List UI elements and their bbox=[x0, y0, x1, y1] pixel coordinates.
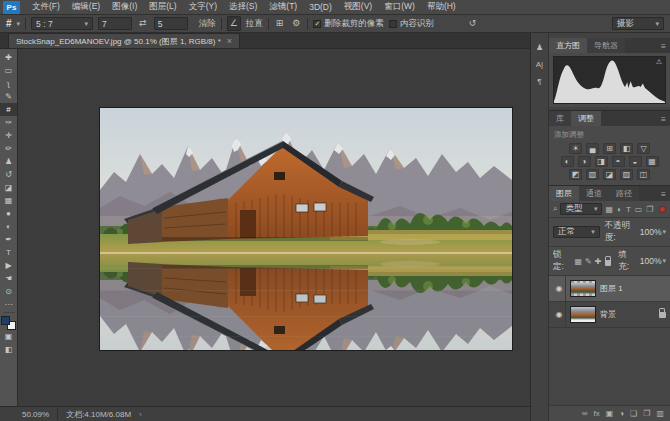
canvas-area[interactable] bbox=[18, 49, 530, 406]
visibility-eye-icon[interactable]: ◉ bbox=[553, 276, 566, 301]
menu-item[interactable]: 编辑(E) bbox=[66, 0, 106, 14]
panel-tab[interactable]: 调整 bbox=[571, 111, 601, 126]
layer-effects-icon[interactable]: fx bbox=[593, 409, 599, 418]
filter-shape-layers-icon[interactable]: ▭ bbox=[635, 205, 643, 214]
menu-item[interactable]: 图像(I) bbox=[106, 0, 143, 14]
lock-all-icon[interactable] bbox=[605, 260, 612, 266]
layer-row[interactable]: ◉ 图层 1 bbox=[549, 276, 670, 302]
panel-menu-icon[interactable]: ≡ bbox=[657, 186, 670, 201]
adj-brightness-contrast[interactable]: ☀ bbox=[569, 143, 582, 154]
delete-cropped-pixels-checkbox[interactable]: 删除裁剪的像素 bbox=[313, 18, 384, 30]
adj-color-balance[interactable]: ◑ bbox=[578, 156, 591, 167]
tool-marquee[interactable]: ▭ bbox=[0, 64, 17, 77]
close-icon[interactable]: × bbox=[227, 36, 232, 46]
menu-item[interactable]: 3D(D) bbox=[303, 0, 338, 14]
new-group-icon[interactable]: ❏ bbox=[630, 409, 637, 418]
layer-filter-select[interactable]: 类型 ▾ bbox=[560, 203, 602, 215]
tool-brush[interactable]: ✏ bbox=[0, 142, 17, 155]
tool-path-selection[interactable]: ▶ bbox=[0, 259, 17, 272]
warning-icon[interactable]: ⚠ bbox=[656, 58, 662, 66]
menu-item[interactable]: 文件(F) bbox=[26, 0, 66, 14]
menu-item[interactable]: 窗口(W) bbox=[378, 0, 421, 14]
new-adjustment-layer-icon[interactable]: ◑ bbox=[619, 409, 624, 418]
workspace-select[interactable]: 摄影 ▾ bbox=[612, 17, 664, 30]
tool-spot-healing[interactable]: ✛ bbox=[0, 129, 17, 142]
adj-color-lookup[interactable]: ▦ bbox=[646, 156, 659, 167]
tool-zoom[interactable]: ⊙ bbox=[0, 285, 17, 298]
crop-settings-gear-icon[interactable]: ⚙ bbox=[290, 17, 302, 30]
adj-gradient-map[interactable]: ▨ bbox=[620, 169, 633, 180]
menu-item[interactable]: 滤镜(T) bbox=[263, 0, 303, 14]
tool-blur[interactable]: ● bbox=[0, 207, 17, 220]
zoom-level[interactable]: 50.09% bbox=[22, 410, 49, 419]
menu-item[interactable]: 文字(Y) bbox=[183, 0, 223, 14]
adj-channel-mixer[interactable]: ◒ bbox=[629, 156, 642, 167]
adj-invert[interactable]: ◩ bbox=[569, 169, 582, 180]
menu-item[interactable]: 选择(S) bbox=[223, 0, 263, 14]
paragraph-panel-icon[interactable]: ¶ bbox=[533, 75, 547, 88]
clear-button[interactable]: 清除 bbox=[199, 18, 216, 30]
panel-tab[interactable]: 导航器 bbox=[587, 38, 625, 53]
character-panel-icon[interactable]: A| bbox=[533, 58, 547, 71]
adj-exposure[interactable]: ◧ bbox=[620, 143, 633, 154]
adj-levels[interactable]: ▄ bbox=[586, 143, 599, 154]
color-swatches[interactable] bbox=[1, 316, 16, 330]
panel-menu-icon[interactable]: ≡ bbox=[657, 38, 670, 53]
adj-posterize[interactable]: ▧ bbox=[586, 169, 599, 180]
screen-mode-icon[interactable]: ◧ bbox=[0, 343, 17, 356]
fill-value[interactable]: 100% ▾ bbox=[640, 256, 666, 266]
lock-position-icon[interactable]: ✚ bbox=[595, 257, 602, 266]
filter-toggle[interactable] bbox=[659, 206, 666, 213]
tool-crop[interactable]: # bbox=[0, 103, 17, 116]
tool-gradient[interactable]: ▦ bbox=[0, 194, 17, 207]
adj-selective-color[interactable]: ◫ bbox=[637, 169, 650, 180]
filter-pixel-layers-icon[interactable]: ▦ bbox=[605, 205, 613, 214]
crop-tool-icon[interactable]: # bbox=[6, 18, 12, 29]
link-layers-icon[interactable]: ∞ bbox=[582, 409, 588, 418]
tool-eyedropper[interactable]: ✑ bbox=[0, 116, 17, 129]
filter-smart-objects-icon[interactable]: ❐ bbox=[646, 205, 653, 214]
add-layer-mask-icon[interactable]: ▣ bbox=[606, 409, 614, 418]
menu-item[interactable]: 视图(V) bbox=[338, 0, 378, 14]
document-tab[interactable]: StockSnap_ED6MANOEV.jpg @ 50.1% (图层 1, R… bbox=[8, 33, 240, 48]
crop-width-input[interactable] bbox=[98, 17, 132, 30]
filter-type-layers-icon[interactable]: T bbox=[626, 205, 631, 214]
tool-eraser[interactable]: ◪ bbox=[0, 181, 17, 194]
chevron-down-icon[interactable]: ▾ bbox=[17, 20, 21, 28]
adj-hue-saturation[interactable]: ◐ bbox=[561, 156, 574, 167]
panel-tab[interactable]: 直方图 bbox=[549, 38, 587, 53]
menu-item[interactable]: 帮助(H) bbox=[421, 0, 462, 14]
delete-layer-icon[interactable]: ▥ bbox=[656, 409, 664, 418]
visibility-eye-icon[interactable]: ◉ bbox=[553, 302, 566, 327]
adj-vibrance[interactable]: ▽ bbox=[637, 143, 650, 154]
panel-menu-icon[interactable]: ≡ bbox=[657, 111, 670, 126]
layer-thumbnail[interactable] bbox=[570, 306, 596, 323]
menu-item[interactable]: 图层(L) bbox=[143, 0, 182, 14]
tool-pen[interactable]: ✒ bbox=[0, 233, 17, 246]
tool-dodge[interactable]: ◐ bbox=[0, 220, 17, 233]
opacity-value[interactable]: 100% ▾ bbox=[640, 227, 666, 237]
panel-tab[interactable]: 库 bbox=[549, 111, 571, 126]
adj-photo-filter[interactable]: ◓ bbox=[612, 156, 625, 167]
lock-transparent-pixels-icon[interactable]: ▦ bbox=[575, 257, 583, 266]
crop-ratio-select[interactable]: 5 : 7 ▾ bbox=[31, 17, 93, 30]
chevron-right-icon[interactable]: › bbox=[139, 410, 142, 419]
lock-image-pixels-icon[interactable]: ✎ bbox=[585, 257, 592, 266]
panel-tab[interactable]: 图层 bbox=[549, 186, 579, 201]
filter-adjustment-layers-icon[interactable]: ◐ bbox=[617, 205, 622, 214]
layer-thumbnail[interactable] bbox=[570, 280, 596, 297]
swap-dimensions-icon[interactable]: ⇄ bbox=[137, 17, 149, 30]
straighten-icon[interactable]: ∠ bbox=[227, 16, 241, 31]
tool-history-brush[interactable]: ↺ bbox=[0, 168, 17, 181]
tool-clone-stamp[interactable]: ♟ bbox=[0, 155, 17, 168]
tool-move[interactable]: ✚ bbox=[0, 51, 17, 64]
adj-threshold[interactable]: ◪ bbox=[603, 169, 616, 180]
adj-curves[interactable]: ⊞ bbox=[603, 143, 616, 154]
blend-mode-select[interactable]: 正常 ▾ bbox=[553, 226, 600, 238]
crop-height-input[interactable] bbox=[154, 17, 188, 30]
tool-lasso[interactable]: ʅ bbox=[0, 77, 17, 90]
crop-overlay-icon[interactable]: ⊞ bbox=[274, 17, 286, 30]
quick-mask-icon[interactable]: ▣ bbox=[0, 330, 17, 343]
tool-hand[interactable]: ☚ bbox=[0, 272, 17, 285]
panel-tab[interactable]: 路径 bbox=[609, 186, 639, 201]
